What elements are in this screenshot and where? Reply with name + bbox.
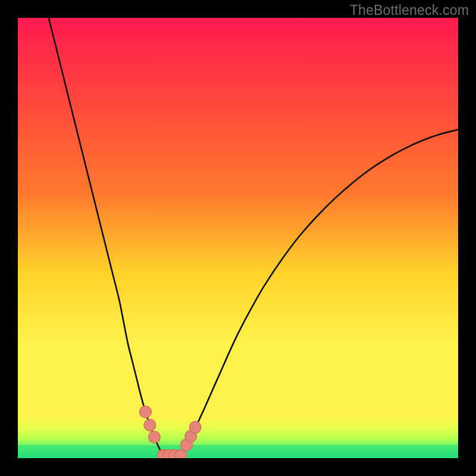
plot-area [18, 18, 458, 458]
data-marker [144, 419, 156, 431]
chart-frame: TheBottleneck.com [0, 0, 476, 476]
green-band [18, 445, 458, 458]
data-marker [140, 406, 152, 418]
watermark-text: TheBottleneck.com [350, 2, 469, 18]
data-marker [189, 421, 201, 433]
gradient-background [18, 18, 458, 458]
data-marker [148, 431, 160, 443]
chart-svg [18, 18, 458, 458]
